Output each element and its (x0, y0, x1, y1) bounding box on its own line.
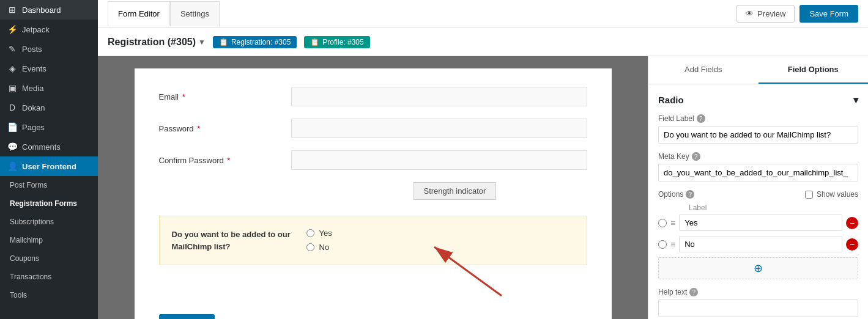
option-remove-no[interactable]: − (846, 238, 858, 251)
sidebar-item-jetpack[interactable]: ⚡ Jetpack (0, 20, 98, 39)
sidebar-item-label: Media (22, 84, 43, 93)
radio-no-input[interactable] (306, 243, 314, 251)
right-panel-content: Radio ▾ Field Label ? Meta Key ? (648, 84, 868, 319)
submit-button[interactable]: Submit (159, 314, 215, 319)
form-icon: 📋 (219, 38, 228, 46)
jetpack-icon: ⚡ (7, 24, 17, 34)
meta-key-input[interactable] (658, 164, 858, 182)
main-area: Form Editor Settings 👁 Preview Save Form… (98, 0, 868, 319)
email-label: Email * (159, 92, 281, 101)
option-remove-yes[interactable]: − (846, 217, 858, 229)
sidebar-item-label: Pages (22, 123, 45, 132)
help-text-group: Help text ? (658, 288, 858, 317)
show-values-checkbox[interactable] (805, 191, 813, 199)
help-text-input[interactable] (658, 299, 858, 317)
sidebar-item-tools[interactable]: Tools (0, 286, 98, 304)
sidebar-item-post-forms[interactable]: Post Forms (0, 176, 98, 194)
password-input[interactable] (291, 119, 587, 138)
sidebar-item-label: User Frontend (22, 162, 76, 171)
help-text-help-icon[interactable]: ? (689, 288, 698, 296)
meta-key-label: Meta Key ? (658, 152, 858, 161)
options-group: Options ? Show values Label ≡ (658, 190, 858, 279)
collapse-icon[interactable]: ▾ (853, 94, 858, 106)
tab-form-editor[interactable]: Form Editor (108, 1, 170, 26)
sidebar-item-dashboard[interactable]: ⊞ Dashboard (0, 0, 98, 20)
registration-tag[interactable]: 📋 Registration: #305 (213, 36, 297, 48)
option-radio-yes[interactable] (658, 219, 667, 227)
option-row-no: ≡ − (658, 236, 858, 252)
tab-add-fields[interactable]: Add Fields (648, 56, 759, 84)
tab-settings[interactable]: Settings (170, 1, 220, 26)
drag-handle-yes[interactable]: ≡ (670, 218, 675, 228)
tab-field-options[interactable]: Field Options (759, 56, 869, 84)
sidebar-item-posts[interactable]: ✎ Posts (0, 39, 98, 59)
profile-icon: 📋 (310, 38, 319, 46)
field-label-help-icon[interactable]: ? (697, 114, 705, 123)
sidebar-item-label: Tools (10, 291, 27, 299)
confirm-password-label: Confirm Password * (159, 156, 281, 165)
sidebar-item-label: Posts (22, 45, 42, 54)
sidebar: ⊞ Dashboard ⚡ Jetpack ✎ Posts ◈ Events ▣… (0, 0, 98, 319)
sidebar-item-label: Dashboard (22, 6, 61, 15)
sidebar-item-label: Jetpack (22, 25, 50, 34)
option-radio-no[interactable] (658, 240, 667, 249)
content-area: Email * Password * Confirm Password (98, 56, 868, 319)
form-title[interactable]: Registration (#305) ▼ (108, 37, 206, 48)
radio-option-no[interactable]: No (306, 243, 332, 252)
show-values-row: Show values (805, 190, 858, 199)
meta-key-help-icon[interactable]: ? (692, 152, 700, 161)
drag-handle-no[interactable]: ≡ (670, 240, 675, 249)
save-form-button[interactable]: Save Form (799, 5, 858, 23)
posts-icon: ✎ (7, 44, 17, 54)
sidebar-item-user-frontend[interactable]: 👤 User Frontend (0, 156, 98, 176)
field-label-input[interactable] (658, 126, 858, 144)
option-input-no[interactable] (679, 236, 842, 252)
user-frontend-icon: 👤 (7, 161, 17, 171)
plus-icon: ⊕ (754, 262, 763, 275)
chevron-down-icon: ▼ (198, 38, 206, 46)
form-canvas: Email * Password * Confirm Password (135, 68, 612, 319)
radio-options: Yes No (306, 229, 332, 252)
option-input-yes[interactable] (679, 215, 842, 231)
sidebar-item-label: Mailchimp (10, 236, 43, 244)
sidebar-item-mailchimp[interactable]: Mailchimp (0, 231, 98, 249)
form-canvas-wrap: Email * Password * Confirm Password (98, 56, 648, 319)
options-help-icon[interactable]: ? (686, 190, 694, 199)
options-header: Options ? Show values (658, 190, 858, 199)
sidebar-item-dokan[interactable]: D Dokan (0, 98, 98, 117)
confirm-password-input[interactable] (291, 150, 587, 170)
sidebar-item-subscriptions[interactable]: Subscriptions (0, 213, 98, 231)
events-icon: ◈ (7, 64, 17, 73)
field-label-group: Field Label ? (658, 114, 858, 144)
email-input[interactable] (291, 87, 587, 106)
radio-yes-input[interactable] (306, 229, 314, 237)
required-indicator: * (227, 156, 230, 165)
add-option-button[interactable]: ⊕ (658, 257, 858, 279)
options-col-label: Label (689, 204, 858, 212)
topbar-actions: 👁 Preview Save Form (736, 5, 858, 23)
meta-key-group: Meta Key ? (658, 152, 858, 182)
dashboard-icon: ⊞ (7, 5, 17, 15)
sidebar-item-media[interactable]: ▣ Media (0, 78, 98, 98)
sidebar-item-transactions[interactable]: Transactions (0, 268, 98, 286)
form-titlebar: Registration (#305) ▼ 📋 Registration: #3… (98, 28, 868, 56)
sidebar-item-label: Post Forms (10, 181, 47, 189)
confirm-password-field-row: Confirm Password * (159, 150, 587, 170)
preview-button[interactable]: 👁 Preview (736, 5, 795, 23)
eye-icon: 👁 (746, 9, 754, 18)
sidebar-item-comments[interactable]: 💬 Comments (0, 137, 98, 156)
sidebar-item-coupons[interactable]: Coupons (0, 249, 98, 268)
radio-field-section: Do you want to be added to our MailChimp… (159, 216, 587, 265)
radio-option-yes[interactable]: Yes (306, 229, 332, 238)
profile-tag[interactable]: 📋 Profile: #305 (304, 36, 369, 48)
sidebar-item-label: Transactions (10, 273, 51, 281)
field-label-label: Field Label ? (658, 114, 858, 123)
sidebar-item-pages[interactable]: 📄 Pages (0, 117, 98, 137)
pages-icon: 📄 (7, 122, 17, 132)
strength-indicator-button[interactable]: Strength indicator (414, 182, 497, 200)
sidebar-item-registration-forms[interactable]: Registration Forms (0, 194, 98, 213)
required-indicator: * (182, 92, 185, 101)
email-field-row: Email * (159, 87, 587, 106)
sidebar-item-events[interactable]: ◈ Events (0, 59, 98, 78)
radio-question-label: Do you want to be added to our MailChimp… (172, 229, 294, 252)
